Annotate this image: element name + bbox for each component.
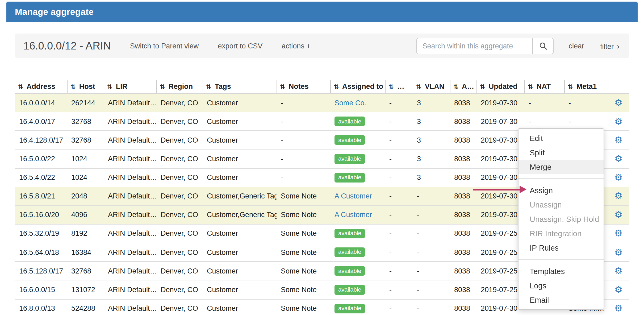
sort-icon: ⇅	[206, 83, 211, 90]
row-settings-gear-icon[interactable]: ⚙	[614, 191, 623, 201]
menu-item-email[interactable]: Email	[518, 293, 604, 307]
cell-address: 16.5.64.0/18	[15, 243, 67, 262]
cell-tags: Customer,Generic Tag	[203, 206, 277, 224]
sort-icon: ⇅	[568, 83, 573, 90]
available-badge: available	[334, 117, 365, 126]
cell-tags: Customer	[203, 112, 277, 131]
menu-item-assign[interactable]: Assign	[518, 183, 604, 197]
cell-vlan: 3	[413, 131, 450, 149]
column-header-col10[interactable]: ⇅ A…	[450, 80, 476, 93]
row-settings-gear-icon[interactable]: ⚙	[614, 172, 623, 183]
search-input[interactable]	[416, 38, 532, 54]
menu-item-logs[interactable]: Logs	[518, 278, 604, 293]
column-header-tags[interactable]: ⇅ Tags	[203, 80, 277, 93]
menu-item-unassign-skip-hold: Unassign, Skip Hold	[518, 212, 604, 226]
row-settings-gear-icon[interactable]: ⚙	[614, 209, 623, 220]
cell-notes: -	[277, 168, 330, 187]
menu-item-merge[interactable]: Merge	[518, 160, 604, 174]
row-settings-gear-icon[interactable]: ⚙	[614, 228, 623, 239]
cell-assigned: available	[330, 299, 385, 315]
column-header-col8[interactable]: ⇅ …	[385, 80, 413, 93]
sort-icon: ⇅	[388, 83, 394, 90]
cell-col8: -	[385, 299, 413, 315]
cell-actions: ⚙	[608, 243, 629, 262]
cell-region: Denver, CO	[156, 150, 203, 168]
cell-updated: 2019-07-25	[476, 280, 524, 299]
column-header-lir[interactable]: ⇅ LIR	[104, 80, 156, 93]
cell-region: Denver, CO	[156, 280, 203, 299]
cell-region: Denver, CO	[156, 187, 203, 206]
cell-address: 16.5.8.0/21	[15, 187, 67, 206]
cell-lir: ARIN Default…	[104, 262, 156, 280]
cell-actions: ⚙	[608, 112, 629, 131]
cell-vlan: -	[413, 224, 450, 243]
row-settings-gear-icon[interactable]: ⚙	[614, 153, 623, 164]
cell-address: 16.5.16.0/20	[15, 206, 67, 224]
cell-host: 524288	[67, 299, 104, 315]
menu-item-templates[interactable]: Templates	[518, 264, 604, 278]
column-header-updated[interactable]: ⇅ Updated	[476, 80, 524, 93]
cell-actions: ⚙	[608, 299, 629, 315]
cell-col10: 8038	[450, 299, 476, 315]
menu-item-ip-rules[interactable]: IP Rules	[518, 241, 604, 255]
cell-lir: ARIN Default…	[104, 150, 156, 168]
row-settings-gear-icon[interactable]: ⚙	[614, 284, 623, 295]
cell-host: 131072	[67, 280, 104, 299]
menu-item-split[interactable]: Split	[518, 145, 604, 160]
column-label: Host	[79, 82, 95, 90]
row-settings-gear-icon[interactable]: ⚙	[614, 135, 623, 145]
filter-link[interactable]: filter›	[600, 41, 620, 50]
menu-divider	[518, 178, 604, 179]
assigned-customer-link[interactable]: A Customer	[334, 192, 372, 200]
cell-col10: 8038	[450, 150, 476, 168]
cell-actions: ⚙	[608, 187, 629, 206]
column-header-region[interactable]: ⇅ Region	[156, 80, 203, 93]
column-header-meta1[interactable]: ⇅ Meta1	[564, 80, 608, 93]
row-settings-gear-icon[interactable]: ⚙	[614, 116, 623, 126]
cell-col10: 8038	[450, 262, 476, 280]
sort-icon: ⇅	[280, 83, 285, 90]
row-settings-gear-icon[interactable]: ⚙	[614, 303, 623, 313]
cell-region: Denver, CO	[156, 299, 203, 315]
menu-item-edit[interactable]: Edit	[518, 131, 604, 145]
assigned-customer-link[interactable]: A Customer	[334, 211, 372, 219]
column-header-address[interactable]: ⇅ Address	[15, 80, 67, 93]
cell-host: 8192	[67, 224, 104, 243]
cell-updated: 2019-07-30	[476, 168, 524, 187]
column-label: Notes	[289, 82, 309, 90]
column-label: LIR	[116, 82, 128, 90]
column-header-nat[interactable]: ⇅ NAT	[524, 80, 564, 93]
row-settings-gear-icon[interactable]: ⚙	[614, 265, 623, 276]
toolbar: 16.0.0.0/12 - ARIN Switch to Parent view…	[15, 34, 629, 58]
column-header-vlan[interactable]: ⇅ VLAN	[413, 80, 450, 93]
chevron-right-icon: ›	[617, 41, 620, 50]
switch-parent-view-link[interactable]: Switch to Parent view	[130, 42, 199, 50]
row-settings-gear-icon[interactable]: ⚙	[614, 247, 623, 257]
cell-address: 16.5.4.0/22	[15, 168, 67, 187]
cell-region: Denver, CO	[156, 131, 203, 149]
page: Manage aggregate 16.0.0.0/12 - ARIN Swit…	[0, 2, 644, 315]
cell-col10: 8038	[450, 224, 476, 243]
column-label: Assigned to	[342, 82, 383, 90]
row-settings-gear-icon[interactable]: ⚙	[614, 97, 623, 108]
column-header-assigned[interactable]: ⇅ Assigned to	[330, 80, 385, 93]
cell-assigned: available	[330, 150, 385, 168]
cell-col10: 8038	[450, 187, 476, 206]
cell-host: 32768	[67, 112, 104, 131]
actions-menu-link[interactable]: actions +	[282, 42, 311, 50]
cell-updated: 2019-07-30	[476, 150, 524, 168]
column-header-host[interactable]: ⇅ Host	[67, 80, 104, 93]
cell-address: 16.5.128.0/17	[15, 262, 67, 280]
clear-link[interactable]: clear	[568, 42, 584, 50]
cell-lir: ARIN Default…	[104, 280, 156, 299]
available-badge: available	[334, 154, 365, 164]
available-badge: available	[334, 135, 365, 145]
cell-region: Denver, CO	[156, 243, 203, 262]
column-label: Tags	[215, 82, 231, 90]
export-csv-link[interactable]: export to CSV	[218, 42, 262, 50]
cell-address: 16.5.0.0/22	[15, 150, 67, 168]
column-header-notes[interactable]: ⇅ Notes	[277, 80, 330, 93]
assigned-customer-link[interactable]: Some Co.	[334, 99, 366, 107]
search-button[interactable]	[532, 38, 554, 54]
cell-updated: 2019-07-30	[476, 112, 524, 131]
